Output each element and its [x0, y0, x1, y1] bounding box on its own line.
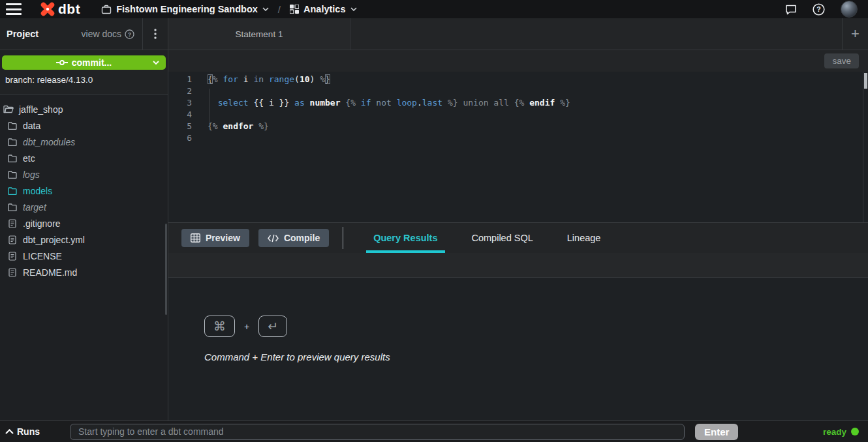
compile-button[interactable]: Compile [258, 229, 329, 247]
tree-item-label: target [23, 202, 46, 213]
code-line-5[interactable]: 5{% endfor %} [168, 121, 868, 133]
tree-item-readme-md[interactable]: README.md [0, 264, 168, 280]
sidebar-scrollbar[interactable] [165, 224, 167, 315]
file-icon [7, 219, 18, 228]
folder-icon [7, 138, 18, 146]
tree-item-target[interactable]: target [0, 199, 168, 215]
line-number: 1 [168, 74, 192, 86]
view-docs-label: view docs [82, 29, 121, 39]
preview-button[interactable]: Preview [181, 229, 249, 247]
status-dot-icon [851, 428, 859, 435]
tree-item-dbt-modules[interactable]: dbt_modules [0, 134, 168, 150]
project-selector-label: Fishtown Engineering Sandbox [116, 4, 258, 14]
sidebar: Project view docs ? commit... branch: re… [0, 18, 168, 420]
code-text: {% for i in range(10) %} [208, 74, 330, 86]
save-button[interactable]: save [824, 53, 859, 68]
git-commit-icon [56, 59, 68, 66]
divider [343, 227, 343, 249]
results-tab-label: Query Results [373, 233, 437, 243]
plus-icon: + [851, 25, 860, 42]
line-number: 4 [168, 110, 192, 121]
results-tab-query-results[interactable]: Query Results [366, 223, 444, 253]
tree-item-label: data [23, 121, 40, 131]
runs-label: Runs [17, 426, 40, 437]
chevron-up-icon [5, 429, 14, 434]
file-tree: jaffle_shopdatadbt_modulesetclogsmodelst… [0, 95, 168, 280]
dbt-logo-icon [40, 1, 55, 17]
menu-icon[interactable] [6, 3, 22, 15]
file-icon [7, 235, 18, 244]
folder-icon [7, 122, 18, 130]
folder-icon [7, 187, 18, 195]
grid-icon [290, 5, 299, 14]
chevron-down-icon [262, 7, 269, 11]
environment-selector[interactable]: Analytics [290, 4, 356, 14]
tree-item-label: README.md [23, 267, 77, 278]
results-tab-label: Compiled SQL [472, 233, 533, 243]
commit-button-label: commit... [72, 57, 112, 68]
results-tab-compiled-sql[interactable]: Compiled SQL [465, 223, 540, 253]
code-line-6[interactable]: 6 [168, 133, 868, 145]
code-line-3[interactable]: 3 select {{ i }} as number {% if not loo… [168, 98, 868, 110]
code-text: select {{ i }} as number {% if not loop.… [208, 98, 570, 110]
enter-button[interactable]: Enter [695, 424, 738, 440]
tree-item--gitignore[interactable]: .gitignore [0, 215, 168, 231]
plus-separator: + [244, 321, 249, 332]
status-indicator: ready [823, 427, 859, 437]
tree-item-jaffle-shop[interactable]: jaffle_shop [0, 101, 168, 117]
line-number: 2 [168, 86, 192, 98]
tree-item-models[interactable]: models [0, 183, 168, 199]
tree-item-data[interactable]: data [0, 117, 168, 134]
tree-item-etc[interactable]: etc [0, 150, 168, 166]
dbt-logo: dbt [40, 1, 80, 17]
runs-toggle[interactable]: Runs [5, 426, 40, 437]
results-subheader [168, 253, 868, 278]
commit-button[interactable]: commit... [2, 55, 166, 70]
project-panel-title: Project [7, 29, 39, 39]
help-icon[interactable]: ? [813, 3, 825, 16]
editor-scrollbar-thumb[interactable] [864, 73, 867, 89]
svg-text:?: ? [128, 31, 131, 37]
code-line-4[interactable]: 4 [168, 110, 868, 121]
folder-icon [3, 105, 14, 113]
editor-tab-bar: Statement 1 + [168, 18, 868, 50]
command-key-icon: ⌘ [204, 316, 235, 337]
folder-icon [7, 171, 18, 179]
tree-item-license[interactable]: LICENSE [0, 248, 168, 264]
environment-selector-label: Analytics [303, 4, 345, 14]
tree-item-logs[interactable]: logs [0, 166, 168, 183]
view-docs-link[interactable]: view docs ? [82, 29, 142, 39]
dbt-command-input[interactable] [70, 424, 685, 440]
file-icon [7, 252, 18, 261]
results-tab-label: Lineage [567, 233, 601, 243]
command-bar: Runs Enter ready [0, 420, 868, 442]
results-header: Preview Compile Query ResultsCompiled SQ… [168, 222, 868, 253]
user-avatar[interactable] [841, 1, 858, 18]
tree-item-label: logs [23, 169, 40, 180]
chevron-down-icon [153, 61, 159, 65]
results-tab-lineage[interactable]: Lineage [560, 223, 608, 253]
code-line-2[interactable]: 2 [168, 86, 868, 98]
empty-state-message: Command + Enter to preview query results [204, 351, 868, 362]
file-icon [7, 268, 18, 277]
code-editor[interactable]: 1{% for i in range(10) %}23 select {{ i … [168, 72, 868, 222]
branch-label: branch: release/4.13.0 [2, 70, 166, 85]
editor-toolbar: save [168, 50, 868, 72]
top-bar: dbt Fishtown Engineering Sandbox / Analy… [0, 0, 868, 18]
tree-item-dbt-project-yml[interactable]: dbt_project.yml [0, 231, 168, 248]
briefcase-icon [101, 5, 112, 14]
help-circle-icon: ? [125, 29, 134, 39]
project-selector[interactable]: Fishtown Engineering Sandbox [101, 4, 269, 14]
new-tab-button[interactable]: + [842, 18, 868, 50]
tree-item-label: dbt_modules [23, 137, 75, 147]
code-text: {% endfor %} [208, 121, 269, 133]
chat-icon[interactable] [785, 4, 797, 15]
code-line-1[interactable]: 1{% for i in range(10) %} [168, 74, 868, 86]
compile-button-label: Compile [284, 233, 320, 243]
tab-label: Statement 1 [236, 29, 283, 39]
results-tabs: Query ResultsCompiled SQLLineage [356, 223, 617, 253]
svg-text:?: ? [816, 5, 820, 13]
folder-icon [7, 155, 18, 162]
kebab-menu-icon[interactable] [143, 18, 168, 50]
tab-statement-1[interactable]: Statement 1 [168, 18, 350, 50]
